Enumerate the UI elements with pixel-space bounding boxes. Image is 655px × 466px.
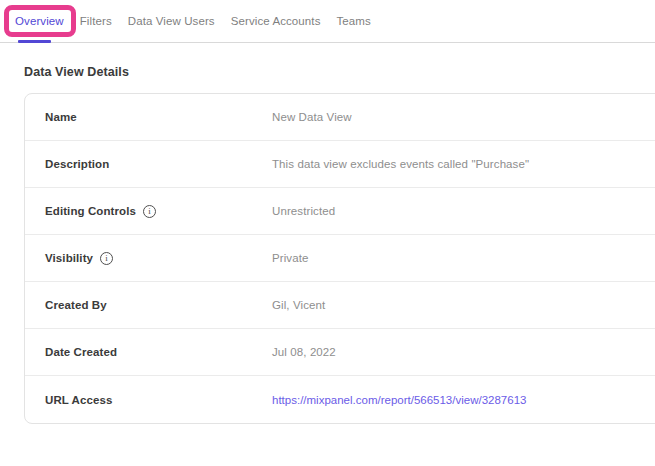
detail-label-cell: Date Created xyxy=(45,346,272,358)
detail-value: Gil, Vicent xyxy=(272,299,325,311)
detail-label: Editing Controls xyxy=(45,205,136,217)
detail-row-name: Name New Data View xyxy=(25,94,655,141)
detail-label: Description xyxy=(45,158,109,170)
info-icon[interactable]: i xyxy=(143,205,156,218)
detail-label: Visibility xyxy=(45,252,93,264)
detail-label-cell: Visibility i xyxy=(45,252,272,265)
detail-value: Unrestricted xyxy=(272,205,335,217)
detail-label: Name xyxy=(45,111,77,123)
tab-data-view-users[interactable]: Data View Users xyxy=(128,15,215,27)
detail-row-editing-controls: Editing Controls i Unrestricted xyxy=(25,188,655,235)
detail-label-cell: URL Access xyxy=(45,394,272,406)
url-access-link[interactable]: https://mixpanel.com/report/566513/view/… xyxy=(272,394,526,406)
detail-row-description: Description This data view excludes even… xyxy=(25,141,655,188)
active-tab-underline xyxy=(18,40,51,43)
detail-label-cell: Editing Controls i xyxy=(45,205,272,218)
tab-overview[interactable]: Overview xyxy=(15,15,64,27)
page-title: Data View Details xyxy=(24,65,655,79)
tab-filters[interactable]: Filters xyxy=(80,15,112,27)
detail-value: Private xyxy=(272,252,309,264)
detail-label-cell: Created By xyxy=(45,299,272,311)
details-card: Name New Data View Description This data… xyxy=(24,93,655,424)
info-icon[interactable]: i xyxy=(100,252,113,265)
detail-value: This data view excludes events called "P… xyxy=(272,158,529,170)
detail-row-url-access: URL Access https://mixpanel.com/report/5… xyxy=(25,376,655,423)
detail-label: Date Created xyxy=(45,346,117,358)
tab-bar: Overview Filters Data View Users Service… xyxy=(0,0,655,43)
tab-teams[interactable]: Teams xyxy=(337,15,371,27)
detail-label: URL Access xyxy=(45,394,112,406)
detail-row-date-created: Date Created Jul 08, 2022 xyxy=(25,329,655,376)
detail-row-visibility: Visibility i Private xyxy=(25,235,655,282)
detail-value: New Data View xyxy=(272,111,352,123)
detail-label: Created By xyxy=(45,299,107,311)
detail-value: Jul 08, 2022 xyxy=(272,346,336,358)
tab-service-accounts[interactable]: Service Accounts xyxy=(231,15,321,27)
detail-label-cell: Name xyxy=(45,111,272,123)
detail-label-cell: Description xyxy=(45,158,272,170)
detail-row-created-by: Created By Gil, Vicent xyxy=(25,282,655,329)
